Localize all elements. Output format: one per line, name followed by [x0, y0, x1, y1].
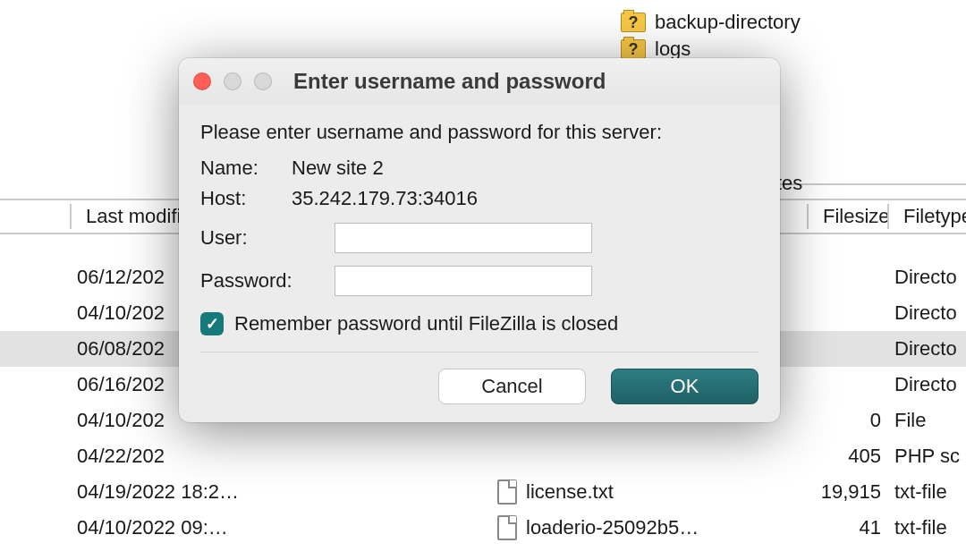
- password-line: Password:: [200, 266, 758, 296]
- type-cell: File: [894, 409, 926, 432]
- dialog-prompt: Please enter username and password for t…: [200, 121, 758, 144]
- table-row[interactable]: 04/19/2022 18:2…license.txt19,915txt-fil…: [0, 474, 966, 510]
- password-input[interactable]: [335, 266, 592, 296]
- folders-partial-list: ? backup-directory ? logs: [621, 9, 801, 63]
- remember-label: Remember password until FileZilla is clo…: [234, 312, 618, 335]
- dialog-buttons: Cancel OK: [200, 352, 758, 404]
- type-cell: txt-file: [894, 516, 947, 539]
- size-cell: 19,915: [805, 480, 881, 504]
- host-value: 35.242.179.73:34016: [292, 187, 478, 210]
- header-fragment-text: tes: [776, 172, 802, 195]
- remember-row[interactable]: ✓ Remember password until FileZilla is c…: [200, 312, 758, 352]
- size-cell: 0: [805, 409, 881, 432]
- titlebar: Enter username and password: [179, 58, 780, 105]
- header-last-modified[interactable]: Last modifi: [77, 205, 190, 228]
- login-dialog: Enter username and password Please enter…: [179, 58, 780, 422]
- type-cell: txt-file: [894, 480, 947, 504]
- cancel-button[interactable]: Cancel: [438, 369, 586, 404]
- user-line: User:: [200, 223, 758, 253]
- header-filesize[interactable]: Filesize: [814, 205, 899, 228]
- type-cell: Directo: [894, 266, 957, 289]
- file-icon: [497, 479, 517, 505]
- file-icon: [497, 515, 517, 540]
- password-label: Password:: [200, 269, 335, 293]
- date-cell: 04/22/202: [0, 445, 259, 468]
- table-row[interactable]: 04/22/202405PHP sc: [0, 438, 966, 474]
- size-cell: 405: [805, 445, 881, 468]
- header-filetype[interactable]: Filetype: [894, 205, 966, 228]
- user-input[interactable]: [335, 223, 592, 253]
- name-label: Name:: [200, 157, 292, 180]
- type-cell: Directo: [894, 373, 957, 396]
- host-label: Host:: [200, 187, 292, 210]
- table-row[interactable]: 04/10/2022 09:…loaderio-25092b5…41txt-fi…: [0, 510, 966, 546]
- zoom-icon: [254, 72, 272, 90]
- type-cell: PHP sc: [894, 445, 960, 468]
- type-cell: Directo: [894, 337, 957, 361]
- folder-unknown-icon: ?: [621, 39, 646, 59]
- header-divider: [70, 204, 72, 229]
- dialog-title: Enter username and password: [293, 69, 606, 94]
- name-cell: loaderio-25092b5…: [497, 515, 699, 540]
- close-icon[interactable]: [193, 72, 211, 90]
- header-divider: [887, 204, 889, 229]
- host-line: Host: 35.242.179.73:34016: [200, 187, 758, 210]
- dialog-body: Please enter username and password for t…: [179, 105, 780, 422]
- type-cell: Directo: [894, 301, 957, 325]
- name-cell: license.txt: [497, 479, 614, 505]
- ok-button[interactable]: OK: [611, 369, 758, 404]
- user-label: User:: [200, 226, 335, 250]
- name-value: New site 2: [292, 157, 384, 180]
- date-cell: 04/19/2022 18:2…: [0, 480, 259, 504]
- size-cell: 41: [805, 516, 881, 539]
- minimize-icon: [224, 72, 242, 90]
- file-name: license.txt: [526, 480, 614, 504]
- name-line: Name: New site 2: [200, 157, 758, 180]
- header-divider: [807, 204, 809, 229]
- date-cell: 04/10/2022 09:…: [0, 516, 259, 539]
- file-name: loaderio-25092b5…: [526, 516, 699, 539]
- remember-checkbox[interactable]: ✓: [200, 312, 224, 335]
- folder-unknown-icon: ?: [621, 13, 646, 32]
- header-border-fragment: [776, 183, 966, 185]
- folder-row[interactable]: ? backup-directory: [621, 9, 801, 36]
- folder-name: backup-directory: [655, 11, 801, 34]
